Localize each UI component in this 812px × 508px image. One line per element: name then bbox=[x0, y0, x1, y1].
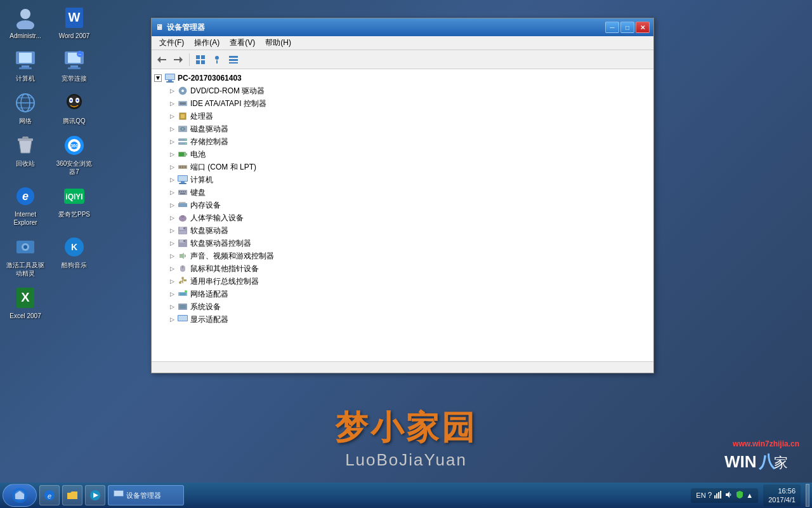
taskbar-folder-btn[interactable] bbox=[62, 485, 82, 505]
desktop-icon-computer[interactable]: 计算机 bbox=[3, 46, 48, 85]
expand-8[interactable]: ▷ bbox=[167, 187, 177, 197]
svg-rect-129 bbox=[114, 491, 123, 496]
svg-rect-98 bbox=[181, 215, 184, 218]
svg-point-80 bbox=[185, 166, 187, 168]
tree-item-15[interactable]: ▷ 通用串行总线控制器 bbox=[152, 275, 653, 288]
cpu-icon bbox=[177, 111, 188, 121]
tree-item-10[interactable]: ▷ 人体学输入设备 bbox=[152, 211, 653, 224]
expand-9[interactable]: ▷ bbox=[167, 200, 177, 210]
minimize-button[interactable]: ─ bbox=[605, 22, 619, 33]
menu-view[interactable]: 查看(V) bbox=[225, 36, 260, 50]
admin-label: Administr... bbox=[10, 32, 41, 40]
tree-item-8[interactable]: ▷ 键盘 bbox=[152, 186, 653, 199]
tree-root[interactable]: ▼ PC-201703061403 bbox=[152, 72, 653, 84]
toolbar-btn-3[interactable] bbox=[193, 52, 208, 67]
start-button[interactable] bbox=[3, 484, 37, 507]
desktop-icon-qq[interactable]: 腾讯QQ bbox=[52, 88, 96, 128]
svg-text:360: 360 bbox=[70, 144, 78, 148]
taskbar-ie-btn[interactable]: e bbox=[39, 485, 60, 505]
toolbar-btn-5[interactable] bbox=[226, 52, 241, 67]
expand-3[interactable]: ▷ bbox=[167, 124, 177, 134]
tree-item-9[interactable]: ▷ 内存设备 bbox=[152, 199, 653, 211]
lang-indicator[interactable]: EN bbox=[696, 491, 705, 499]
tree-item-7[interactable]: ▷ 计算机 bbox=[152, 173, 653, 186]
tree-item-4[interactable]: ▷ 存储控制器 bbox=[152, 135, 653, 148]
security-tray-icon[interactable] bbox=[735, 490, 744, 501]
expand-2[interactable]: ▷ bbox=[167, 111, 177, 121]
desktop-icon-360[interactable]: 360 360安全浏览器7 bbox=[52, 131, 96, 178]
network-tray-icon[interactable] bbox=[714, 490, 723, 501]
recycle-icon bbox=[13, 133, 37, 157]
expand-4[interactable]: ▷ bbox=[167, 137, 177, 147]
tree-item-3[interactable]: ▷ 磁盘驱动器 bbox=[152, 123, 653, 135]
desktop-icon-recycle[interactable]: 回收站 bbox=[3, 131, 48, 178]
svg-rect-53 bbox=[216, 60, 218, 64]
expand-1[interactable]: ▷ bbox=[167, 98, 177, 109]
desktop-icon-ie[interactable]: e Internet Explorer bbox=[3, 182, 48, 229]
tree-item-14[interactable]: ▷ 鼠标和其他指针设备 bbox=[152, 262, 653, 275]
expand-14[interactable]: ▷ bbox=[167, 264, 177, 274]
qq-label: 腾讯QQ bbox=[63, 117, 86, 125]
expand-13[interactable]: ▷ bbox=[167, 251, 177, 261]
desktop-icon-tools[interactable]: 激活工具及驱动精灵 bbox=[3, 232, 48, 280]
tree-item-2[interactable]: ▷ 处理器 bbox=[152, 110, 653, 123]
expand-7[interactable]: ▷ bbox=[167, 175, 177, 185]
taskbar-devmgr-app[interactable]: 设备管理器 bbox=[108, 485, 184, 505]
statusbar bbox=[152, 361, 653, 373]
desktop-icon-excel[interactable]: X Excel 2007 bbox=[3, 283, 48, 323]
tree-item-17[interactable]: ▷ 系统设备 bbox=[152, 300, 653, 313]
tree-item-18[interactable]: ▷ 显示适配器 bbox=[152, 313, 653, 326]
taskbar-media-btn[interactable] bbox=[85, 485, 105, 505]
expand-12[interactable]: ▷ bbox=[167, 238, 177, 248]
close-button[interactable]: ✕ bbox=[636, 22, 650, 33]
menu-help[interactable]: 帮助(H) bbox=[260, 36, 296, 50]
tree-item-0[interactable]: ▷ DVD/CD-ROM 驱动器 bbox=[152, 84, 653, 97]
tree-item-12[interactable]: ▷ 软盘驱动器控制器 bbox=[152, 237, 653, 250]
maximize-button[interactable]: □ bbox=[620, 22, 634, 33]
device-tree[interactable]: ▼ PC-201703061403 ▷ DVD/CD-ROM 驱动 bbox=[152, 69, 653, 361]
tools-label: 激活工具及驱动精灵 bbox=[4, 261, 46, 277]
hid-icon bbox=[177, 213, 188, 223]
sound-tray-icon[interactable] bbox=[724, 490, 733, 501]
expand-15[interactable]: ▷ bbox=[167, 276, 177, 286]
tree-item-11[interactable]: ▷ 软盘驱动器 bbox=[152, 224, 653, 237]
desktop-icon-iqiyi[interactable]: iQIYI 爱奇艺PPS bbox=[52, 182, 96, 229]
svg-rect-82 bbox=[178, 176, 187, 181]
svg-rect-60 bbox=[166, 81, 174, 83]
desktop-icon-network[interactable]: 网络 bbox=[3, 88, 48, 128]
menu-action[interactable]: 操作(A) bbox=[189, 36, 225, 50]
desktop-icon-broadband[interactable]: ↔ 宽带连接 bbox=[52, 46, 96, 85]
desktop-icon-admin[interactable]: Administr... bbox=[3, 3, 48, 43]
expand-6[interactable]: ▷ bbox=[167, 162, 177, 172]
network-icon bbox=[13, 91, 37, 115]
svg-rect-88 bbox=[183, 191, 184, 192]
window-title-icon: 🖥 bbox=[155, 23, 163, 32]
360-icon: 360 bbox=[62, 133, 86, 157]
window-controls: ─ □ ✕ bbox=[605, 22, 650, 33]
show-desktop-btn[interactable] bbox=[806, 484, 809, 507]
expand-0[interactable]: ▷ bbox=[167, 86, 177, 96]
forward-button[interactable] bbox=[171, 52, 186, 67]
desktop-icon-kugou[interactable]: K 酷狗音乐 bbox=[52, 232, 96, 280]
tree-item-13[interactable]: ▷ 声音、视频和游戏控制器 bbox=[152, 250, 653, 262]
tree-item-16[interactable]: ▷ 网络适配器 bbox=[152, 288, 653, 300]
help-icon[interactable]: ? bbox=[708, 491, 712, 500]
tree-item-5[interactable]: ▷ 电池 bbox=[152, 148, 653, 161]
expand-17[interactable]: ▷ bbox=[167, 302, 177, 312]
expand-11[interactable]: ▷ bbox=[167, 225, 177, 236]
update-tray-icon[interactable]: ▲ bbox=[746, 491, 753, 499]
tree-item-6[interactable]: ▷ 端口 (COM 和 LPT) bbox=[152, 161, 653, 173]
back-button[interactable] bbox=[154, 52, 169, 67]
expand-16[interactable]: ▷ bbox=[167, 289, 177, 299]
taskbar-right: EN ? ▲ 16:56 2017/4/1 bbox=[691, 484, 809, 507]
svg-marker-134 bbox=[726, 491, 730, 498]
expand-10[interactable]: ▷ bbox=[167, 213, 177, 223]
toolbar-btn-4[interactable] bbox=[209, 52, 225, 67]
tree-item-1[interactable]: ▷ IDE ATA/ATAPI 控制器 bbox=[152, 97, 653, 110]
desktop-icon-word[interactable]: W Word 2007 bbox=[52, 3, 96, 43]
expand-5[interactable]: ▷ bbox=[167, 149, 177, 159]
root-expand-icon[interactable]: ▼ bbox=[154, 74, 162, 82]
expand-18[interactable]: ▷ bbox=[167, 314, 177, 324]
menu-file[interactable]: 文件(F) bbox=[154, 36, 189, 50]
clock[interactable]: 16:56 2017/4/1 bbox=[763, 485, 801, 507]
